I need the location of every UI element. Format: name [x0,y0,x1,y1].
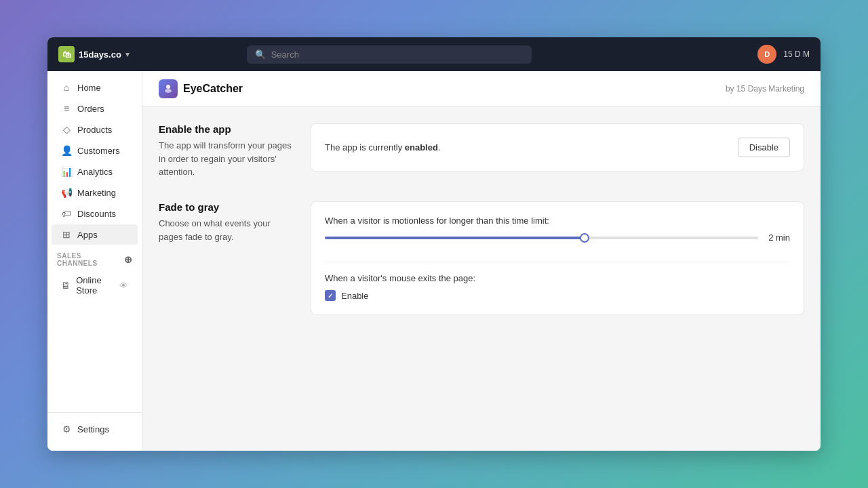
disable-button[interactable]: Disable [738,138,790,157]
sidebar: ⌂ Home ≡ Orders ◇ Products 👤 Customers 📊 [47,71,142,451]
sidebar-item-apps[interactable]: ⊞ Apps [52,224,138,245]
svg-point-0 [166,85,170,89]
search-icon: 🔍 [255,49,266,60]
products-icon: ◇ [61,124,72,135]
sidebar-item-label: Home [77,83,101,93]
online-store-icon: 🖥 [61,280,71,291]
enable-section-desc: The app will transform your pages in ord… [159,139,294,179]
sidebar-item-label: Discounts [77,209,116,219]
user-label: 15 D M [783,49,810,59]
topbar-right: D 15 D M [757,45,810,64]
sidebar-item-label: Apps [77,230,98,240]
sidebar-item-settings[interactable]: ⚙ Settings [52,419,138,439]
enable-section-title: Enable the app [159,123,294,135]
app-title-row: EyeCatcher [159,79,243,98]
store-chevron-icon: ▾ [125,50,130,59]
orders-icon: ≡ [61,103,72,114]
fade-card: When a visitor is motionless for longer … [311,201,804,315]
analytics-icon: 📊 [61,166,72,177]
topbar-logo[interactable]: 🛍 15days.co ▾ [58,46,130,62]
slider-thumb[interactable] [580,233,589,243]
check-icon: ✓ [328,292,333,300]
online-store-action-icon[interactable]: 👁 [119,281,128,291]
marketing-icon: 📢 [61,187,72,198]
apps-icon: ⊞ [61,229,72,240]
mouse-exit-section: When a visitor's mouse exits the page: ✓… [325,273,790,301]
slider-label: When a visitor is motionless for longer … [325,216,790,226]
app-title: EyeCatcher [183,83,243,95]
sidebar-item-label: Customers [77,146,120,156]
sidebar-item-customers[interactable]: 👤 Customers [52,140,138,161]
customers-icon: 👤 [61,145,72,156]
sidebar-item-discounts[interactable]: 🏷 Discounts [52,203,138,224]
sidebar-item-products[interactable]: ◇ Products [52,119,138,140]
sidebar-item-label: Orders [77,104,104,114]
divider [325,262,790,262]
app-window: 🛍 15days.co ▾ 🔍 D 15 D M ⌂ Home [47,37,821,451]
slider-value: 2 min [766,232,790,243]
fade-section-desc: Choose on what events your pages fade to… [159,217,294,243]
fade-left-panel: Fade to gray Choose on what events your … [159,201,294,243]
add-sales-channel-icon[interactable]: ⊕ [124,254,133,265]
discounts-icon: 🏷 [61,208,72,219]
shopify-logo-icon: 🛍 [58,46,75,62]
content-body: Enable the app The app will transform yo… [142,107,821,342]
sidebar-nav: ⌂ Home ≡ Orders ◇ Products 👤 Customers 📊 [47,77,142,412]
avatar[interactable]: D [757,45,776,64]
app-logo-icon [159,79,178,98]
fade-section-title: Fade to gray [159,201,294,213]
enable-row: The app is currently enabled. Disable [325,138,790,157]
svg-point-1 [165,89,172,93]
checkbox-row[interactable]: ✓ Enable [325,290,790,301]
sidebar-item-label: Analytics [77,167,113,177]
fade-right-panel: When a visitor is motionless for longer … [311,201,804,326]
enable-status-text: The app is currently enabled. [325,142,441,152]
sidebar-item-label: Products [77,125,112,135]
sidebar-item-orders[interactable]: ≡ Orders [52,98,138,119]
mouse-exit-label: When a visitor's mouse exits the page: [325,273,790,283]
online-store-label: Online Store [76,275,119,296]
settings-label: Settings [77,424,109,434]
slider-section: When a visitor is motionless for longer … [325,216,790,243]
sidebar-item-label: Marketing [77,188,116,198]
app-by: by 15 Days Marketing [726,84,804,94]
search-bar[interactable]: 🔍 [247,45,532,64]
slider-wrap[interactable]: 2 min [325,232,790,243]
enable-checkbox[interactable]: ✓ [325,290,336,301]
sales-channels-header: SALES CHANNELS ⊕ [47,245,142,270]
home-icon: ⌂ [61,82,72,93]
sidebar-bottom: ⚙ Settings [47,412,142,445]
content-area: EyeCatcher by 15 Days Marketing Enable t… [142,71,821,451]
sidebar-item-online-store[interactable]: 🖥 Online Store 👁 [52,270,138,300]
main-area: ⌂ Home ≡ Orders ◇ Products 👤 Customers 📊 [47,71,821,451]
enable-right-panel: The app is currently enabled. Disable [311,123,804,182]
store-name: 15days.co [79,49,121,60]
topbar: 🛍 15days.co ▾ 🔍 D 15 D M [47,37,821,71]
sidebar-item-analytics[interactable]: 📊 Analytics [52,161,138,182]
sidebar-item-marketing[interactable]: 📢 Marketing [52,182,138,203]
search-input[interactable] [271,49,524,60]
checkbox-label: Enable [341,291,368,301]
slider-fill [325,237,585,239]
slider-track[interactable] [325,237,758,239]
content-header: EyeCatcher by 15 Days Marketing [142,71,821,107]
enable-card: The app is currently enabled. Disable [311,123,804,171]
enable-left-panel: Enable the app The app will transform yo… [159,123,294,179]
sidebar-item-home[interactable]: ⌂ Home [52,77,138,98]
settings-icon: ⚙ [61,424,72,434]
